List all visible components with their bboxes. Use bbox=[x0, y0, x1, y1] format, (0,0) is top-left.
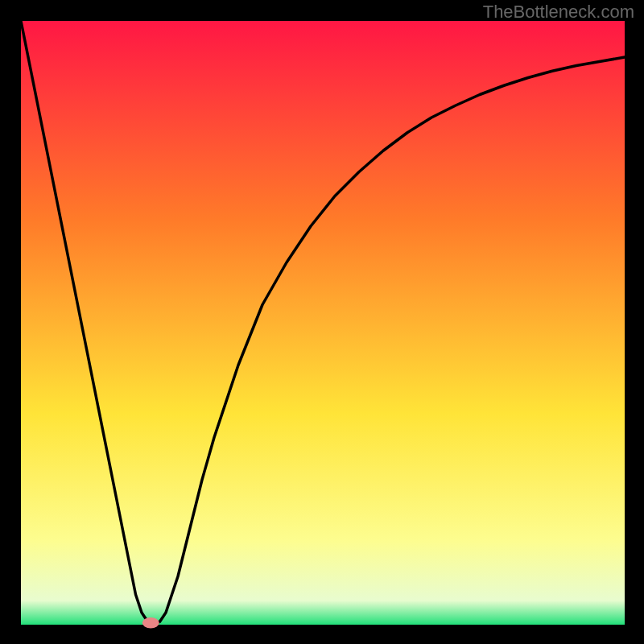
bottleneck-chart: TheBottleneck.com bbox=[0, 0, 644, 644]
chart-canvas bbox=[0, 0, 644, 644]
marker-dot bbox=[142, 617, 159, 629]
plot-background bbox=[21, 21, 625, 625]
